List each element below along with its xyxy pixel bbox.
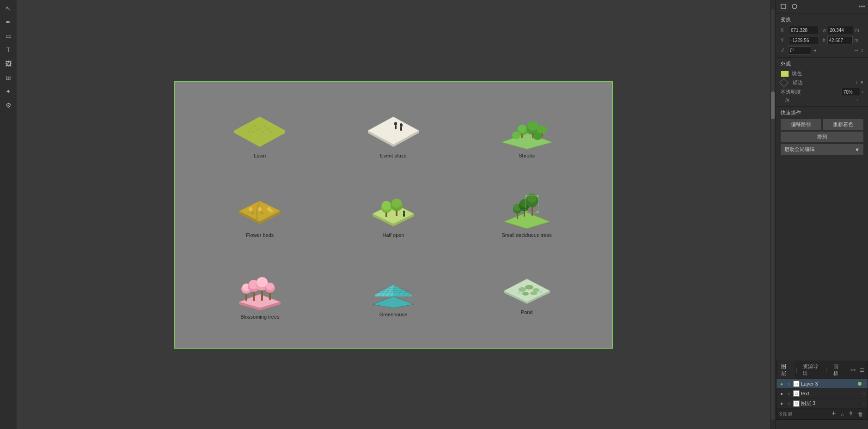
item-visual-greenhouse — [363, 271, 423, 308]
item-label-event-plaza: Event plaza — [380, 153, 406, 158]
stroke-add-icon[interactable]: + — [855, 80, 858, 85]
layer-expand-1[interactable]: › — [786, 391, 792, 396]
layer-lock-0[interactable]: ○ — [863, 381, 866, 387]
layers-footer: 3 图层 ⌕ 🗑 — [776, 409, 868, 419]
flip-horizontal-icon[interactable]: ↔ — [854, 47, 859, 54]
svg-point-99 — [517, 291, 521, 294]
tool-image[interactable]: 🖼 — [2, 57, 15, 70]
item-visual-half-open — [363, 192, 423, 229]
layers-panel-container: 图层 | 资源导出 | 画板 >> ☰ ● › □ Layer 3 ○ — [776, 370, 868, 429]
tab-artboard[interactable]: 画板 — [829, 361, 847, 379]
svg-rect-70 — [253, 291, 255, 301]
layer-row-2[interactable]: ● › □ 图层 3 ○ — [776, 399, 868, 409]
layer-icon-2: □ — [793, 400, 800, 407]
svg-point-24 — [527, 121, 538, 131]
opacity-input[interactable] — [842, 88, 860, 96]
canvas-scrollbar[interactable] — [770, 0, 776, 429]
grid-item-greenhouse[interactable]: Greenhouse — [327, 254, 460, 334]
grid-item-event-plaza[interactable]: Event plaza — [327, 96, 460, 175]
item-visual-flower-beds — [230, 192, 290, 229]
svg-rect-16 — [395, 126, 397, 129]
grid-item-half-open[interactable]: Half open — [327, 175, 460, 254]
item-label-pond: Pond — [521, 309, 533, 315]
tool-layer[interactable]: ⊞ — [2, 71, 15, 84]
layer-expand-0[interactable]: › — [786, 381, 792, 387]
layer-lock-1[interactable]: ○ — [863, 391, 866, 396]
tool-shape[interactable]: ▭ — [2, 30, 15, 42]
transform-angle-dropdown[interactable]: ▾ — [814, 48, 816, 53]
panel-icon-1[interactable] — [779, 2, 788, 11]
tool-cursor[interactable]: ↖ — [2, 2, 15, 15]
tab-assets[interactable]: 资源导出 — [798, 361, 825, 379]
more-options-icon[interactable]: ••• — [858, 3, 865, 10]
tool-settings[interactable]: ⚙ — [2, 99, 15, 112]
transform-flip-controls: ↔ ↕ — [854, 47, 863, 54]
layers-settings-button[interactable] — [847, 410, 855, 418]
fill-label: 填色 — [792, 70, 802, 77]
opacity-more-icon[interactable]: › — [862, 90, 863, 95]
layer-row-1[interactable]: ● › □ text ○ — [776, 389, 868, 399]
global-edit-dropdown-icon: ▼ — [855, 147, 860, 152]
stroke-dropdown-icon[interactable]: ▾ — [861, 79, 863, 85]
layers-count: 3 图层 — [779, 411, 792, 417]
layer-eye-0[interactable]: ● — [778, 381, 785, 387]
fx-add-icon[interactable]: + — [856, 97, 859, 103]
global-edit-button[interactable]: 启动全局编辑 ▼ — [781, 144, 863, 155]
tool-effect[interactable]: ✦ — [2, 85, 15, 98]
svg-point-37 — [251, 211, 254, 214]
layers-new-button[interactable] — [830, 410, 838, 418]
panel-icon-2[interactable] — [790, 2, 799, 11]
grid-item-flower-beds[interactable]: Flower beds — [193, 175, 327, 254]
offset-path-button[interactable]: 偏移路径 — [781, 119, 821, 130]
transform-x-input[interactable] — [789, 26, 819, 34]
svg-point-100 — [538, 290, 543, 293]
svg-point-43 — [382, 201, 391, 210]
svg-rect-44 — [385, 212, 387, 217]
svg-point-2 — [250, 127, 251, 129]
layers-search-button[interactable]: ⌕ — [839, 410, 845, 418]
layers-action-expand[interactable]: >> — [849, 366, 857, 374]
transform-angle-input[interactable] — [788, 46, 811, 54]
layers-delete-button[interactable]: 🗑 — [856, 410, 865, 418]
tool-pen[interactable]: ✒ — [2, 16, 15, 29]
stroke-color-box[interactable] — [779, 78, 789, 87]
grid-item-small-deciduous[interactable]: Small deciduous trees — [460, 175, 593, 254]
transform-h-label: h — [823, 38, 825, 43]
transform-w-input[interactable] — [828, 26, 853, 34]
canvas-board: Lawn Even — [174, 81, 613, 349]
action-btn-row-1: 偏移路径 重新着色 — [781, 119, 863, 132]
transform-y-row: Y h m — [781, 36, 863, 44]
scrollbar-track — [771, 9, 775, 420]
svg-marker-82 — [393, 285, 412, 296]
grid-item-lawn[interactable]: Lawn — [193, 96, 327, 175]
item-visual-pond — [497, 273, 557, 306]
layer-expand-2[interactable]: › — [786, 401, 792, 406]
arrange-button[interactable]: 排列 — [781, 132, 863, 142]
layer-eye-1[interactable]: ● — [778, 390, 785, 397]
transform-y-input[interactable] — [789, 36, 819, 44]
grid-item-shrubs[interactable]: Shrubs — [460, 96, 593, 175]
item-label-half-open: Half open — [382, 232, 404, 238]
recolor-button[interactable]: 重新着色 — [823, 119, 864, 130]
grid-item-pond[interactable]: Pond — [460, 254, 593, 334]
layers-action-menu[interactable]: ☰ — [858, 366, 866, 374]
layer-color-dot-0 — [858, 382, 862, 386]
svg-rect-63 — [526, 211, 527, 213]
scrollbar-thumb[interactable] — [771, 91, 775, 119]
fill-color-box[interactable] — [781, 71, 789, 77]
layer-lock-2[interactable]: ○ — [863, 401, 866, 406]
tab-layers[interactable]: 图层 — [776, 361, 795, 379]
svg-point-11 — [247, 131, 249, 133]
transform-h-input[interactable] — [827, 36, 853, 44]
fx-label: fx — [785, 97, 789, 103]
svg-point-5 — [263, 125, 265, 127]
right-properties-panel: ••• 变换 X w m Y h m ∠ ▾ ↔ ↕ 外观 — [776, 0, 868, 429]
grid-item-blossoming-trees[interactable]: Blossoming trees — [193, 254, 327, 334]
svg-rect-49 — [403, 213, 405, 217]
svg-point-94 — [519, 287, 526, 292]
tool-text[interactable]: T — [2, 43, 15, 56]
layer-eye-2[interactable]: ● — [778, 400, 785, 407]
layer-name-0: Layer 3 — [801, 381, 856, 387]
flip-vertical-icon[interactable]: ↕ — [861, 47, 863, 54]
layer-row-0[interactable]: ● › □ Layer 3 ○ — [776, 379, 868, 389]
